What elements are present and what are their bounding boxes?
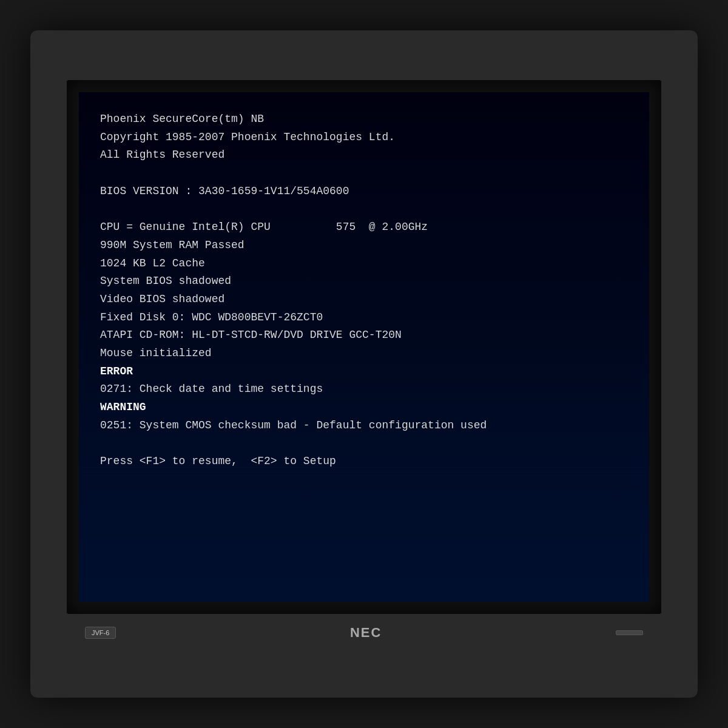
line-phoenix: Phoenix SecureCore(tm) NB (100, 110, 628, 129)
screen-content: Phoenix SecureCore(tm) NBCopyright 1985-… (79, 92, 649, 602)
line-mouse: Mouse initialized (100, 345, 628, 363)
line-ram: 990M System RAM Passed (100, 237, 628, 255)
line-fixed-disk: Fixed Disk 0: WDC WD800BEVT-26ZCT0 (100, 309, 628, 327)
monitor-brand: NEC (350, 625, 382, 641)
line-error-0271: 0271: Check date and time settings (100, 380, 628, 399)
line-bios-shadow: System BIOS shadowed (100, 272, 628, 291)
line-empty3 (100, 434, 628, 453)
line-warning-label: WARNING (100, 399, 628, 417)
line-rights: All Rights Reserved (100, 146, 628, 164)
line-cpu: CPU = Genuine Intel(R) CPU 575 @ 2.00GHz (100, 218, 628, 237)
line-video-shadow: Video BIOS shadowed (100, 291, 628, 309)
line-copyright: Copyright 1985-2007 Phoenix Technologies… (100, 129, 628, 147)
line-empty1 (100, 164, 628, 183)
line-empty2 (100, 200, 628, 218)
monitor-label: JVF-6 (85, 627, 116, 639)
line-cache: 1024 KB L2 Cache (100, 255, 628, 273)
line-error-label: ERROR (100, 363, 628, 381)
monitor: Phoenix SecureCore(tm) NBCopyright 1985-… (30, 30, 698, 698)
monitor-buttons (616, 630, 643, 635)
monitor-button-1[interactable] (616, 630, 643, 635)
line-atapi: ATAPI CD-ROM: HL-DT-STCD-RW/DVD DRIVE GC… (100, 326, 628, 345)
screen-bezel: Phoenix SecureCore(tm) NBCopyright 1985-… (67, 80, 661, 614)
line-press: Press <F1> to resume, <F2> to Setup (100, 453, 628, 471)
line-warning-0251: 0251: System CMOS checksum bad - Default… (100, 417, 628, 435)
line-bios-version: BIOS VERSION : 3A30-1659-1V11/554A0600 (100, 183, 628, 201)
monitor-bottom: JVF-6 NEC (67, 618, 661, 648)
